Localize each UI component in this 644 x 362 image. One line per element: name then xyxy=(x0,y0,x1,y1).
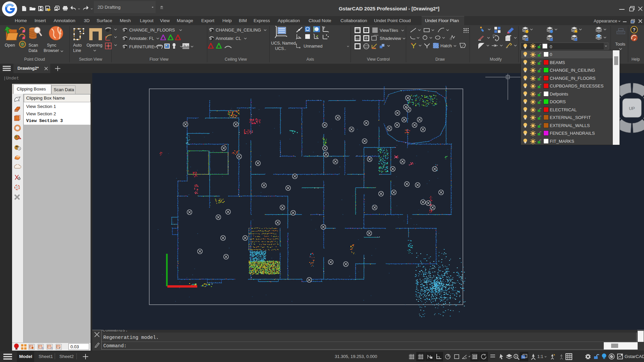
svg-text:UP: UP xyxy=(629,106,635,111)
svg-text:H: H xyxy=(51,347,52,349)
svg-text:N: N xyxy=(42,347,43,349)
svg-text:?: ? xyxy=(633,27,636,33)
